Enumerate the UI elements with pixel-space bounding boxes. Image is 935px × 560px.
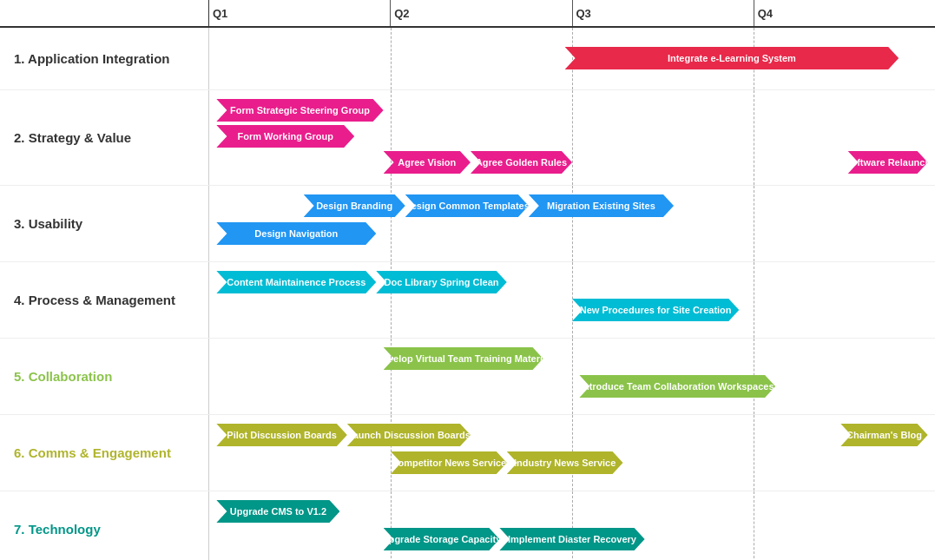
label-app-integration: 1. Application Integration	[0, 28, 208, 89]
quarters-col: Q1 Q2 Q3 Q4	[208, 0, 935, 26]
q4-label: Q4	[758, 7, 773, 20]
bar-doc-library: Doc Library Spring Clean	[376, 271, 506, 293]
bar-design-templates: Design Common Templates	[405, 194, 529, 217]
chart-collaboration: Develop Virtual Team Training Material I…	[208, 339, 935, 414]
row-technology: 7. Technology Upgrade CMS to V1.2 Upgrad…	[0, 491, 935, 560]
bar-software-relaunch: Software Relaunch	[848, 151, 928, 174]
label-comms: 6. Comms & Engagement	[0, 415, 208, 491]
bar-team-collaboration: Introduce Team Collaboration Workspaces	[579, 375, 775, 398]
bar-agree-golden-rules: Agree Golden Rules	[471, 151, 572, 174]
chart-app-integration: Integrate e-Learning System	[208, 28, 935, 89]
bar-competitor-news: Competitor News Service	[391, 451, 507, 474]
label-technology: 7. Technology	[0, 491, 208, 560]
row-process: 4. Process & Management Content Maintain…	[0, 262, 935, 339]
row-strategy: 2. Strategy & Value Form Strategic Steer…	[0, 90, 935, 186]
bar-launch-discussion: Launch Discussion Boards	[347, 424, 471, 446]
label-strategy: 2. Strategy & Value	[0, 90, 208, 185]
bar-upgrade-storage: Upgrade Storage Capacity	[384, 528, 500, 550]
row-collaboration: 5. Collaboration Develop Virtual Team Tr…	[0, 339, 935, 415]
chart-usability: Design Branding Design Common Templates …	[208, 186, 935, 261]
quarter-q1: Q1	[209, 0, 391, 26]
q1-label: Q1	[213, 7, 227, 20]
row-comms: 6. Comms & Engagement Pilot Discussion B…	[0, 415, 935, 491]
bar-agree-vision: Agree Vision	[384, 151, 471, 174]
bar-design-branding: Design Branding	[304, 194, 405, 217]
bar-integrate-elearning: Integrate e-Learning System	[565, 47, 899, 69]
quarter-q4: Q4	[754, 0, 935, 26]
bar-form-working-group: Form Working Group	[216, 125, 354, 148]
gantt-body: 1. Application Integration Integrate e-L…	[0, 28, 935, 560]
bar-implement-disaster: Implement Diaster Recovery	[499, 528, 644, 550]
label-process: 4. Process & Management	[0, 262, 208, 338]
quarter-q2: Q2	[391, 0, 572, 26]
label-collaboration: 5. Collaboration	[0, 339, 208, 414]
bar-chairmans-blog: Chairman's Blog	[840, 424, 927, 446]
bar-design-navigation: Design Navigation	[216, 222, 376, 245]
chart-process: Content Maintainence Process Doc Library…	[208, 262, 935, 338]
row-usability: 3. Usability Design Branding Design Comm…	[0, 186, 935, 262]
chart-comms: Pilot Discussion Boards Launch Discussio…	[208, 415, 935, 491]
chart-strategy: Form Strategic Steering Group Form Worki…	[208, 90, 935, 185]
gantt-chart: Q1 Q2 Q3 Q4 1. Application Integration	[0, 0, 935, 560]
row-app-integration: 1. Application Integration Integrate e-L…	[0, 28, 935, 90]
bar-new-procedures: New Procedures for Site Creation	[572, 299, 739, 321]
bar-form-steering: Form Strategic Steering Group	[216, 99, 383, 122]
bar-migration-sites: Migration Existing Sites	[529, 194, 674, 217]
q3-label: Q3	[576, 7, 591, 20]
bar-content-maintenance: Content Maintainence Process	[216, 271, 376, 293]
quarter-q3: Q3	[573, 0, 754, 26]
bar-pilot-discussion: Pilot Discussion Boards	[216, 424, 346, 446]
label-usability: 3. Usability	[0, 186, 208, 261]
bar-industry-news: Industry News Service	[507, 451, 623, 474]
bar-virtual-team-training: Develop Virtual Team Training Material	[384, 347, 543, 370]
header-row: Q1 Q2 Q3 Q4	[0, 0, 935, 28]
bar-upgrade-cms: Upgrade CMS to V1.2	[216, 500, 339, 523]
header-label-col	[0, 0, 208, 26]
chart-technology: Upgrade CMS to V1.2 Upgrade Storage Capa…	[208, 491, 935, 560]
q2-label: Q2	[394, 7, 409, 20]
